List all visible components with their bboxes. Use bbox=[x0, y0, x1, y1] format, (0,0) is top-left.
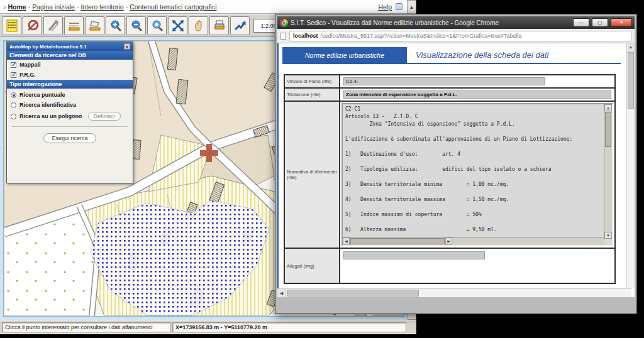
panel-close-icon[interactable]: x bbox=[124, 43, 130, 50]
table-row: Allegati (img) bbox=[284, 248, 615, 283]
minimize-button[interactable]: — bbox=[573, 18, 589, 27]
vincolo-piano-input[interactable]: C2.4. bbox=[343, 77, 545, 85]
definisci-button[interactable]: Definisci bbox=[88, 112, 121, 121]
radio-row-poligono[interactable]: Ricerca su un poligono Definisci bbox=[7, 110, 133, 123]
help-link[interactable]: Help bbox=[378, 3, 392, 11]
zoom-extent-icon bbox=[171, 19, 185, 33]
breadcrumb-separator: - bbox=[126, 3, 128, 11]
popup-urlbar: localhost /sedico/Mostra_8917.asp?Action… bbox=[277, 29, 635, 43]
zoom-window-icon bbox=[150, 19, 164, 33]
prg-checkbox[interactable] bbox=[11, 72, 16, 78]
allegati-label: Allegati (img) bbox=[284, 248, 340, 283]
mappali-label: Mappali bbox=[19, 62, 41, 68]
page-icon bbox=[280, 33, 286, 40]
chrome-icon bbox=[280, 19, 288, 27]
ricerca-identificativa-radio[interactable] bbox=[11, 102, 16, 108]
normativa-label: Normativa di riferimento (rife) bbox=[284, 101, 340, 248]
status-bar: Clicca il punto interessato per consulta… bbox=[0, 320, 416, 334]
measure-area-button[interactable] bbox=[85, 16, 104, 35]
scroll-thumb[interactable] bbox=[605, 112, 611, 147]
checkbox-row-prg[interactable]: P.R.G. bbox=[7, 70, 133, 80]
scroll-left-icon[interactable]: ◀ bbox=[343, 237, 350, 245]
popup-title: S.I.T. Sedico - Visualizza dati Norme ed… bbox=[291, 19, 570, 26]
identify-icon bbox=[26, 19, 40, 33]
url-field[interactable]: localhost /sedico/Mostra_8917.asp?Action… bbox=[289, 31, 631, 41]
breadcrumb-separator: - bbox=[77, 3, 79, 11]
scroll-right-icon[interactable]: ▶ bbox=[445, 237, 452, 245]
scroll-down-icon[interactable]: ▼ bbox=[604, 232, 612, 239]
radio-row-identificativa[interactable]: Ricerca identificativa bbox=[7, 100, 133, 110]
print-button[interactable] bbox=[209, 16, 229, 35]
chrome-popup-window: S.I.T. Sedico - Visualizza dati Norme ed… bbox=[275, 14, 637, 314]
panel-section-query: Tipo interrogazione bbox=[7, 80, 133, 89]
redraw-button[interactable] bbox=[230, 16, 250, 35]
zoom-in-button[interactable] bbox=[106, 16, 125, 35]
table-row: Vincolo di Piano (rife) C2.4. bbox=[284, 75, 615, 88]
scrollbar-up-arrow[interactable]: ▲ bbox=[407, 0, 416, 14]
scroll-left-icon[interactable]: ◀ bbox=[277, 289, 286, 297]
help-icon[interactable] bbox=[396, 3, 402, 10]
status-coordinates: X=1739156.83 m - Y=5110779.20 m bbox=[172, 322, 406, 332]
zoom-out-button[interactable] bbox=[126, 16, 146, 35]
breadcrumb-prefix: › bbox=[4, 3, 6, 11]
textarea-hscrollbar[interactable]: ◀ ▶ bbox=[343, 237, 604, 245]
zoom-window-button[interactable] bbox=[147, 16, 167, 35]
section-db-label: Elementi da ricercare nel DB bbox=[9, 52, 86, 58]
ricerca-poligono-radio[interactable] bbox=[11, 114, 16, 119]
ricerca-puntuale-label: Ricerca puntuale bbox=[19, 92, 65, 98]
textarea-vscrollbar[interactable]: ▲ ▼ bbox=[604, 104, 612, 239]
url-path: /sedico/Mostra_8917.asp?Action=MostraS&I… bbox=[321, 33, 522, 39]
redraw-arrow-icon bbox=[233, 19, 247, 33]
breadcrumb-separator: - bbox=[28, 3, 31, 11]
table-row: Titolazione (rife) Zona intensiva di esp… bbox=[284, 88, 615, 101]
identify-button[interactable] bbox=[23, 16, 42, 35]
print-icon bbox=[213, 19, 226, 33]
scroll-up-icon[interactable]: ▲ bbox=[604, 104, 612, 111]
scroll-up-icon[interactable]: ▲ bbox=[627, 43, 635, 52]
link-pagina-iniziale[interactable]: Pagina iniziale bbox=[32, 3, 75, 11]
tools-button[interactable] bbox=[43, 16, 63, 35]
popup-titlebar[interactable]: S.I.T. Sedico - Visualizza dati Norme ed… bbox=[277, 16, 635, 29]
link-intero-territorio[interactable]: Intero territorio bbox=[80, 3, 123, 11]
checkbox-row-mappali[interactable]: Mappali bbox=[7, 60, 133, 70]
popup-content: Norme edilizie urbanistiche Visualizzazi… bbox=[277, 43, 623, 288]
ricerca-poligono-label: Ricerca su un poligono bbox=[19, 113, 82, 119]
legend-icon bbox=[5, 19, 19, 33]
link-contenuti-tematici[interactable]: Contenuti tematici cartografici bbox=[130, 3, 216, 11]
panel-titlebar[interactable]: AutoMap by MetaInformatica 5.1 x bbox=[7, 42, 133, 51]
panel-section-db: Elementi da ricercare nel DB bbox=[7, 51, 133, 60]
tab-row: Norme edilizie urbanistiche Visualizzazi… bbox=[282, 47, 621, 63]
page-title: Visualizzazione della scheda dei dati bbox=[416, 50, 549, 60]
maximize-button[interactable]: ▢ bbox=[592, 18, 608, 27]
link-home[interactable]: Home bbox=[8, 3, 26, 11]
tab-norme-edilizie[interactable]: Norme edilizie urbanistiche bbox=[282, 47, 407, 63]
measure-area-icon bbox=[88, 19, 102, 33]
popup-vertical-scrollbar[interactable]: ▲ bbox=[626, 43, 635, 288]
ricerca-puntuale-radio[interactable] bbox=[11, 92, 16, 98]
close-button[interactable]: ✕ bbox=[611, 18, 632, 27]
table-row: Normativa di riferimento (rife) C2-C1 Ar… bbox=[284, 101, 615, 248]
esegui-ricerca-button[interactable]: Esegui ricerca bbox=[43, 133, 96, 143]
radio-row-puntuale[interactable]: Ricerca puntuale bbox=[7, 90, 133, 100]
zoom-out-icon bbox=[130, 19, 143, 33]
scroll-thumb[interactable] bbox=[350, 238, 445, 244]
legend-button[interactable] bbox=[2, 16, 21, 35]
field2-label: Titolazione (rife) bbox=[284, 88, 340, 101]
allegati-input[interactable] bbox=[343, 251, 485, 259]
field1-label: Vincolo di Piano (rife) bbox=[284, 75, 340, 88]
measure-line-button[interactable] bbox=[64, 16, 84, 35]
layer-search-panel: AutoMap by MetaInformatica 5.1 x Element… bbox=[6, 41, 133, 183]
scroll-thumb[interactable] bbox=[628, 52, 634, 109]
pan-hand-icon bbox=[192, 19, 206, 33]
pan-button[interactable] bbox=[189, 16, 208, 35]
normativa-textarea[interactable]: C2-C1 Articolo 13 - Z.T.O. C Zona "Inten… bbox=[341, 103, 613, 246]
zoom-extent-button[interactable] bbox=[168, 16, 187, 35]
prg-label: P.R.G. bbox=[19, 72, 36, 78]
mappali-checkbox[interactable] bbox=[11, 62, 16, 68]
zoom-in-icon bbox=[109, 19, 123, 33]
popup-horizontal-scrollbar[interactable]: ◀ bbox=[277, 288, 631, 297]
url-host: localhost bbox=[293, 33, 318, 39]
popup-body: Norme edilizie urbanistiche Visualizzazi… bbox=[277, 43, 635, 297]
titolazione-input[interactable]: Zona intensiva di espansione soggetta a … bbox=[343, 90, 611, 99]
scroll-thumb[interactable] bbox=[287, 290, 419, 297]
